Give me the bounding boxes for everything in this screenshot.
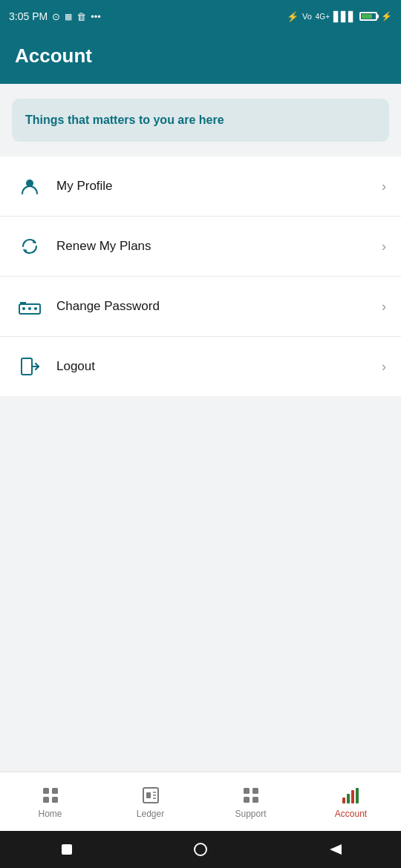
banner: Things that matters to you are here bbox=[12, 99, 389, 142]
network-type: 4G+ bbox=[316, 13, 330, 21]
svg-point-3 bbox=[28, 307, 31, 310]
svg-rect-24 bbox=[356, 788, 359, 803]
bottom-nav: Home Ledger Support bbox=[0, 772, 401, 831]
circle-btn[interactable] bbox=[192, 841, 209, 858]
home-icon bbox=[40, 785, 61, 806]
support-nav-label: Support bbox=[235, 809, 266, 819]
svg-rect-23 bbox=[351, 790, 354, 803]
svg-rect-6 bbox=[22, 358, 32, 375]
page-title: Account bbox=[15, 45, 386, 68]
menu-item-renew[interactable]: Renew My Plans › bbox=[0, 217, 401, 277]
logout-icon bbox=[15, 352, 45, 381]
ledger-nav-label: Ledger bbox=[137, 809, 164, 819]
menu-item-password[interactable]: Change Password › bbox=[0, 277, 401, 337]
menu-item-profile[interactable]: My Profile › bbox=[0, 157, 401, 217]
svg-rect-10 bbox=[43, 797, 49, 803]
logout-chevron: › bbox=[382, 359, 386, 375]
svg-rect-17 bbox=[244, 788, 250, 794]
svg-point-2 bbox=[22, 307, 25, 310]
system-nav bbox=[0, 831, 401, 868]
svg-rect-9 bbox=[52, 788, 58, 794]
svg-point-4 bbox=[34, 307, 37, 310]
more-icon: ••• bbox=[91, 11, 101, 22]
logout-label: Logout bbox=[56, 359, 382, 374]
page-header: Account bbox=[0, 33, 401, 84]
svg-rect-20 bbox=[252, 797, 258, 803]
wifi-icon: Vo bbox=[302, 12, 312, 21]
password-icon bbox=[15, 292, 45, 321]
renew-icon bbox=[15, 231, 45, 261]
trash-icon: 🗑 bbox=[76, 11, 86, 22]
svg-rect-22 bbox=[347, 794, 350, 803]
signal-icon: ▋▋▋ bbox=[333, 11, 356, 22]
svg-rect-11 bbox=[52, 797, 58, 803]
bluetooth-icon: ⚡ bbox=[287, 11, 299, 22]
nav-item-ledger[interactable]: Ledger bbox=[100, 785, 200, 819]
nav-item-account[interactable]: Account bbox=[301, 785, 401, 819]
svg-rect-18 bbox=[252, 788, 258, 794]
home-nav-label: Home bbox=[38, 809, 62, 819]
status-bar: 3:05 PM ⊙ ▦ 🗑 ••• ⚡ Vo 4G+ ▋▋▋ ⚡ bbox=[0, 0, 401, 33]
banner-text: Things that matters to you are here bbox=[25, 114, 224, 126]
back-btn[interactable] bbox=[325, 841, 343, 858]
password-label: Change Password bbox=[56, 299, 382, 314]
renew-label: Renew My Plans bbox=[56, 239, 382, 254]
password-chevron: › bbox=[382, 299, 386, 315]
square-btn[interactable] bbox=[58, 841, 76, 858]
svg-rect-8 bbox=[43, 788, 49, 794]
profile-icon bbox=[15, 171, 45, 201]
menu-item-logout[interactable]: Logout › bbox=[0, 337, 401, 396]
nav-item-home[interactable]: Home bbox=[0, 785, 100, 819]
svg-point-26 bbox=[195, 844, 206, 855]
status-left: 3:05 PM ⊙ ▦ 🗑 ••• bbox=[9, 10, 101, 22]
sim-icon: ▦ bbox=[65, 12, 72, 22]
svg-marker-27 bbox=[330, 844, 342, 855]
svg-rect-21 bbox=[342, 798, 345, 803]
renew-chevron: › bbox=[382, 239, 386, 254]
ledger-icon bbox=[140, 785, 161, 806]
account-nav-label: Account bbox=[335, 809, 367, 819]
clock-icon: ⊙ bbox=[52, 11, 60, 22]
support-icon bbox=[241, 785, 261, 806]
battery-percent: ⚡ bbox=[381, 11, 392, 22]
menu-list: My Profile › Renew My Plans › Chang bbox=[0, 157, 401, 396]
battery-icon bbox=[359, 12, 377, 21]
profile-chevron: › bbox=[382, 179, 386, 194]
status-right: ⚡ Vo 4G+ ▋▋▋ ⚡ bbox=[287, 11, 392, 22]
nav-item-support[interactable]: Support bbox=[200, 785, 301, 819]
svg-rect-19 bbox=[244, 797, 250, 803]
svg-rect-25 bbox=[62, 844, 72, 855]
time: 3:05 PM bbox=[9, 10, 48, 22]
profile-label: My Profile bbox=[56, 179, 382, 194]
svg-rect-13 bbox=[146, 792, 151, 798]
account-nav-icon bbox=[341, 785, 362, 806]
